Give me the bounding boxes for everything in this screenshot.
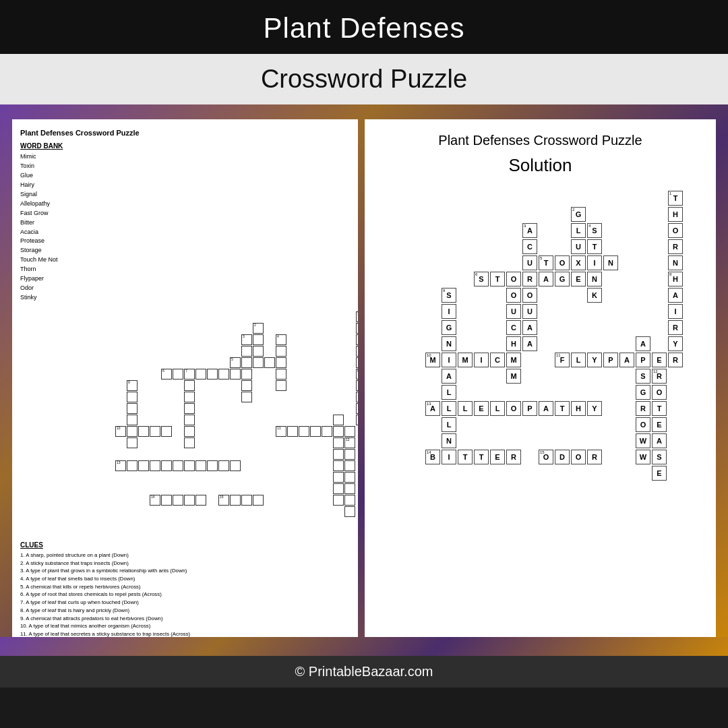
solution-cell: 3A (522, 223, 537, 238)
puzzle-cell (150, 426, 160, 437)
solution-cell: L (442, 401, 456, 416)
right-panel: Plant Defenses Crossword Puzzle Solution… (365, 119, 716, 637)
word-bank-item: Stinky (20, 293, 350, 303)
solution-cell: R (506, 450, 521, 464)
puzzle-cell (356, 392, 358, 402)
puzzle-cell (299, 426, 309, 437)
puzzle-cell (253, 495, 264, 506)
solution-cell: C (490, 353, 505, 367)
puzzle-cell: 9 (127, 380, 138, 391)
puzzle-cell (356, 323, 358, 334)
solution-cell: A (539, 401, 553, 416)
word-bank-item: Allelopathy (20, 200, 350, 209)
photo-bg-bottom (0, 637, 728, 656)
solution-cell: C (522, 239, 537, 254)
puzzle-cell (344, 483, 355, 494)
solution-cell: M (458, 353, 473, 367)
solution-cell: Y (668, 336, 683, 351)
puzzle-cell (356, 357, 358, 368)
solution-cell: U (571, 239, 586, 254)
solution-cell: N (442, 433, 456, 448)
puzzle-cell (184, 495, 195, 506)
solution-cell: I (668, 304, 683, 319)
solution-cell: 13A (425, 401, 440, 416)
puzzle-cell (356, 380, 358, 391)
word-bank-item: Toxin (20, 162, 350, 171)
puzzle-cell (333, 415, 344, 425)
puzzle-cell (207, 460, 218, 471)
solution-cell: O (636, 417, 650, 432)
solution-cell: H (506, 336, 521, 351)
clue-item: 4. A type of leaf that smells bad to ins… (20, 575, 350, 583)
word-bank-item: Fast Grow (20, 209, 350, 218)
solution-cell: O (506, 272, 521, 286)
clues-label: CLUES (20, 541, 350, 549)
solution-cell: E (490, 450, 505, 464)
solution-label: Solution (375, 155, 705, 176)
word-bank-item: Storage (20, 246, 350, 255)
solution-cell: O (555, 255, 570, 270)
solution-cell: 1T (668, 191, 683, 206)
puzzle-cell: 8 (356, 369, 358, 380)
clue-item: 6. A type of root that stores chemicals … (20, 590, 350, 599)
clues-list: 1. A sharp, pointed structure on a plant… (20, 551, 350, 637)
puzzle-cell: 7 (184, 369, 195, 380)
solution-cell: K (587, 288, 602, 303)
puzzle-cell (344, 460, 355, 471)
clue-item: 5. A chemical that kills or repels herbi… (20, 583, 350, 591)
puzzle-cell (184, 437, 195, 448)
solution-cell: E (652, 466, 667, 481)
solution-cell: Y (587, 401, 602, 416)
puzzle-cell (127, 415, 138, 425)
word-bank-item: Thorn (20, 265, 350, 274)
word-bank-item: Flypaper (20, 274, 350, 284)
solution-cell: N (587, 272, 602, 286)
solution-cell: S (652, 450, 667, 464)
puzzle-cell (173, 460, 183, 471)
puzzle-cell (344, 472, 355, 483)
solution-cell: R (668, 320, 683, 335)
solution-cell: T (555, 401, 570, 416)
solution-cell: G (555, 272, 570, 286)
puzzle-cell (344, 495, 355, 506)
solution-cell: A (539, 272, 553, 286)
solution-cell: 5T (539, 255, 553, 270)
puzzle-cell (150, 460, 160, 471)
word-bank-item: Signal (20, 190, 350, 200)
puzzle-cell: 10 (115, 426, 126, 437)
clue-item: 9. A chemical that attracts predators to… (20, 615, 350, 623)
solution-cell: I (474, 353, 489, 367)
footer-text: © PrintableBazaar.com (295, 664, 433, 679)
puzzle-cell (333, 437, 344, 448)
word-bank-item: Protease (20, 237, 350, 246)
solution-cell: H (571, 401, 586, 416)
solution-cell: A (636, 336, 650, 351)
solution-cell: A (442, 369, 456, 384)
solution-cell: O (668, 223, 683, 238)
clue-item: 8. A type of leaf that is hairy and pric… (20, 607, 350, 615)
puzzle-cell: 15 (218, 495, 229, 506)
puzzle-cell (241, 357, 252, 368)
puzzle-cell (218, 460, 229, 471)
puzzle-cell (184, 403, 195, 414)
puzzle-cell (310, 426, 321, 437)
puzzle-cell (230, 495, 241, 506)
solution-cell: E (571, 272, 586, 286)
solution-cell: N (442, 336, 456, 351)
puzzle-cell (333, 426, 344, 437)
puzzle-cell (344, 506, 355, 517)
puzzle-cell (344, 426, 355, 437)
clue-item: 10. A type of leaf that mimics another o… (20, 622, 350, 630)
solution-cell: O (571, 450, 586, 464)
solution-cell: E (652, 353, 667, 367)
puzzle-cell: 12 (344, 437, 355, 448)
word-bank-section: WORD BANK MimicToxinGlueHairySignalAllel… (20, 142, 350, 303)
solution-cell: T (652, 401, 667, 416)
puzzle-cell (184, 415, 195, 425)
puzzle-cell: 1 (356, 311, 358, 322)
main-title: Plant Defenses (264, 12, 465, 44)
puzzle-cell (195, 495, 206, 506)
crossword-grid: 123456789101112131415 (20, 308, 350, 537)
puzzle-cell (195, 369, 206, 380)
puzzle-cell: 11 (276, 426, 286, 437)
